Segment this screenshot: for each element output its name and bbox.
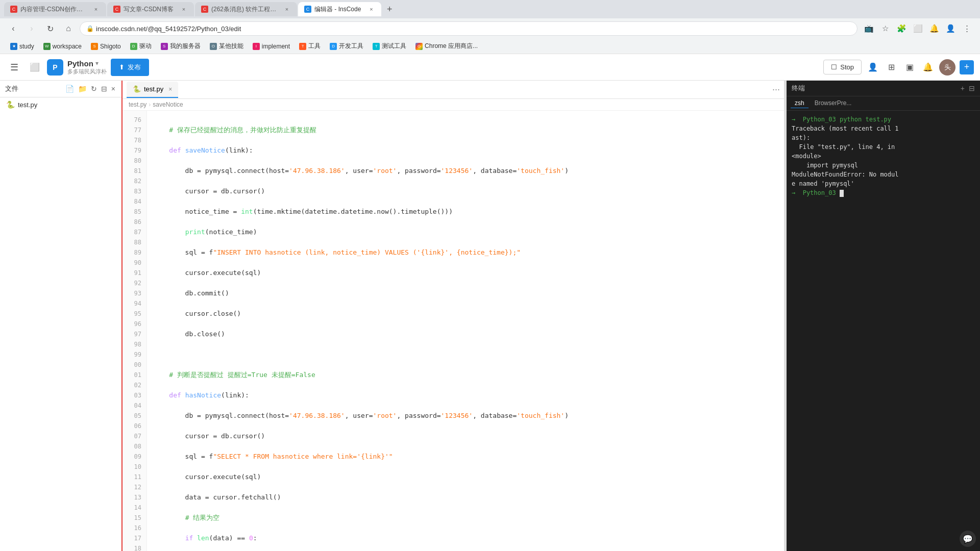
app-container: ☰ ⬜ P Python ▾ 多多瑞民风淳朴 ⬆ 发布 ☐ Stop 👤 ⊞ ▣… bbox=[0, 54, 980, 551]
refresh-icon[interactable]: ↻ bbox=[90, 84, 98, 94]
bookmark-devtools[interactable]: D 开发工具 bbox=[326, 40, 368, 52]
close-panel-icon[interactable]: × bbox=[110, 84, 116, 94]
main-area: 文件 📄 📁 ↻ ⊟ × 🐍 test.py 🐍 test.py bbox=[0, 81, 980, 551]
bookmark-workspace[interactable]: W workspace bbox=[39, 41, 86, 52]
term-cursor bbox=[840, 190, 844, 197]
bookmark-icon-other: O bbox=[210, 43, 217, 50]
hamburger-menu[interactable]: ☰ bbox=[6, 59, 22, 76]
tab-favicon-2: C bbox=[113, 6, 120, 13]
more-icon[interactable]: ⋮ bbox=[960, 21, 974, 36]
file-item-testpy[interactable]: 🐍 test.py bbox=[0, 97, 121, 112]
address-bar: ‹ › ↻ ⌂ 🔒 inscode.csdn.net/@qq_54192572/… bbox=[0, 18, 980, 39]
forward-button[interactable]: › bbox=[24, 21, 39, 36]
editor-tab-testpy[interactable]: 🐍 test.py × bbox=[127, 82, 178, 98]
bookmark-tools[interactable]: T 工具 bbox=[295, 40, 325, 52]
app-subtitle: 多多瑞民风淳朴 bbox=[67, 68, 107, 76]
notifications-icon[interactable]: 🔔 bbox=[927, 21, 941, 36]
add-button[interactable]: + bbox=[960, 60, 974, 74]
tab-close-3[interactable]: × bbox=[283, 5, 291, 13]
tab-label-2: 写文章-CSDN博客 bbox=[124, 5, 174, 14]
bookmark-icon-implement: I bbox=[253, 43, 260, 50]
file-panel-title: 文件 bbox=[5, 84, 18, 93]
bookmark-icon[interactable]: ☆ bbox=[878, 21, 892, 36]
profile-icon[interactable]: 👤 bbox=[943, 21, 958, 36]
tab-close-1[interactable]: × bbox=[92, 5, 100, 13]
new-folder-icon[interactable]: 📁 bbox=[77, 84, 88, 94]
split-icon[interactable]: ⬜ bbox=[911, 21, 925, 36]
tab-close-4[interactable]: × bbox=[367, 5, 375, 13]
bookmark-server[interactable]: S 我的服务器 bbox=[157, 40, 205, 52]
file-panel-actions: 📄 📁 ↻ ⊟ × bbox=[64, 84, 116, 94]
code-line-80: notice_time = int(time.mktime(datetime.d… bbox=[153, 207, 778, 217]
collapse-icon[interactable]: ⊟ bbox=[100, 84, 108, 94]
tab-inscode[interactable]: C 编辑器 - InsCode × bbox=[298, 2, 381, 16]
sidebar-toggle-button[interactable]: ⬜ bbox=[27, 59, 43, 76]
publish-button[interactable]: ⬆ 发布 bbox=[111, 59, 149, 76]
terminal-tab-browser[interactable]: BrowserPre... bbox=[811, 98, 856, 108]
bookmark-implement[interactable]: I implement bbox=[249, 41, 294, 52]
code-line-76: # 保存已经提醒过的消息，并做对比防止重复提醒 bbox=[153, 125, 778, 135]
bookmark-shigoto[interactable]: S Shigoto bbox=[87, 41, 125, 52]
terminal-add-icon[interactable]: + bbox=[961, 84, 965, 92]
extensions-icon[interactable]: 🧩 bbox=[894, 21, 909, 36]
code-line-93: cursor.execute(sql) bbox=[153, 472, 778, 482]
grid-icon[interactable]: ⊞ bbox=[884, 60, 898, 74]
bookmark-icon-server: S bbox=[161, 43, 168, 50]
bookmark-other[interactable]: O 某他技能 bbox=[206, 40, 248, 52]
cast-icon[interactable]: 📺 bbox=[862, 21, 876, 36]
layout-icon[interactable]: ▣ bbox=[902, 60, 917, 74]
tab-label-4: 编辑器 - InsCode bbox=[314, 5, 361, 14]
bookmark-drive[interactable]: D 驱动 bbox=[126, 40, 156, 52]
terminal-tabs-bar: zsh BrowserPre... bbox=[787, 96, 980, 111]
tab-favicon-4: C bbox=[304, 6, 311, 13]
tab-csdn-blog[interactable]: C 写文章-CSDN博客 × bbox=[107, 2, 194, 16]
code-line-82: sql = f"INSERT INTO hasnotice (link, not… bbox=[153, 247, 778, 258]
address-input[interactable]: 🔒 inscode.csdn.net/@qq_54192572/Python_0… bbox=[80, 21, 857, 36]
back-button[interactable]: ‹ bbox=[6, 21, 20, 36]
terminal-split-icon[interactable]: ⊟ bbox=[969, 84, 975, 92]
term-line-3: ast): bbox=[792, 133, 975, 142]
editor-tabs-more-btn[interactable]: ··· bbox=[772, 84, 780, 95]
lock-icon: 🔒 bbox=[86, 25, 94, 32]
new-tab-button[interactable]: + bbox=[382, 2, 397, 16]
tab-csdn-se[interactable]: C (262条消息) 软件工程实践作业-... × bbox=[195, 2, 297, 16]
code-content[interactable]: # 保存已经提醒过的消息，并做对比防止重复提醒 def saveNotice(l… bbox=[147, 111, 784, 551]
term-line-1: → Python_03 python test.py bbox=[792, 115, 975, 124]
term-line-5: <module> bbox=[792, 152, 975, 161]
stop-checkbox-icon: ☐ bbox=[831, 63, 837, 71]
file-name: test.py bbox=[18, 101, 37, 109]
new-file-icon[interactable]: 📄 bbox=[64, 84, 75, 94]
tab-label-3: (262条消息) 软件工程实践作业-... bbox=[211, 5, 277, 14]
editor-tab-close[interactable]: × bbox=[168, 86, 172, 93]
term-line-9: → Python_03 bbox=[792, 188, 975, 197]
avatar[interactable]: 头 bbox=[939, 59, 955, 76]
tab-close-2[interactable]: × bbox=[180, 5, 188, 13]
bookmarks-bar: ★ study W workspace S Shigoto D 驱动 S 我的服… bbox=[0, 39, 980, 54]
editor-area: 🐍 test.py × ··· test.py › saveNotice 76 … bbox=[122, 81, 784, 551]
bookmark-testtools[interactable]: T 测试工具 bbox=[369, 40, 410, 52]
editor-tabs-bar: 🐍 test.py × ··· bbox=[122, 81, 784, 99]
code-line-77: def saveNotice(link): bbox=[153, 145, 778, 156]
bookmark-chrome[interactable]: G Chrome 应用商店... bbox=[411, 40, 482, 52]
tab-bar: C 内容管理-CSDN创作中心 × C 写文章-CSDN博客 × C (262条… bbox=[0, 0, 980, 18]
code-line-85: cursor.close() bbox=[153, 309, 778, 319]
stop-button[interactable]: ☐ Stop bbox=[823, 60, 862, 74]
person-icon[interactable]: 👤 bbox=[866, 60, 880, 74]
toolbar-icons: 📺 ☆ 🧩 ⬜ 🔔 👤 ⋮ bbox=[862, 21, 974, 36]
tab-favicon-1: C bbox=[10, 6, 17, 13]
code-line-78: db = pymysql.connect(host='47.96.38.186'… bbox=[153, 166, 778, 176]
bookmark-icon-study: ★ bbox=[10, 43, 17, 50]
home-button[interactable]: ⌂ bbox=[61, 21, 76, 36]
url-text: inscode.csdn.net/@qq_54192572/Python_03/… bbox=[96, 25, 241, 33]
bookmark-icon-tools: T bbox=[299, 43, 306, 50]
term-line-2: Traceback (most recent call 1 bbox=[792, 124, 975, 133]
bookmark-icon-testtools: T bbox=[373, 43, 380, 50]
bookmark-study[interactable]: ★ study bbox=[6, 41, 38, 52]
bell-icon[interactable]: 🔔 bbox=[921, 60, 935, 74]
code-editor: 76 77 78 79 80 81 82 83 84 85 86 87 88 8… bbox=[122, 111, 784, 551]
tab-csdn-content[interactable]: C 内容管理-CSDN创作中心 × bbox=[4, 2, 106, 16]
breadcrumb: test.py › saveNotice bbox=[122, 99, 784, 111]
terminal-chat-icon[interactable]: 💬 bbox=[960, 531, 976, 547]
terminal-tab-zsh[interactable]: zsh bbox=[791, 98, 808, 108]
reload-button[interactable]: ↻ bbox=[43, 21, 57, 36]
